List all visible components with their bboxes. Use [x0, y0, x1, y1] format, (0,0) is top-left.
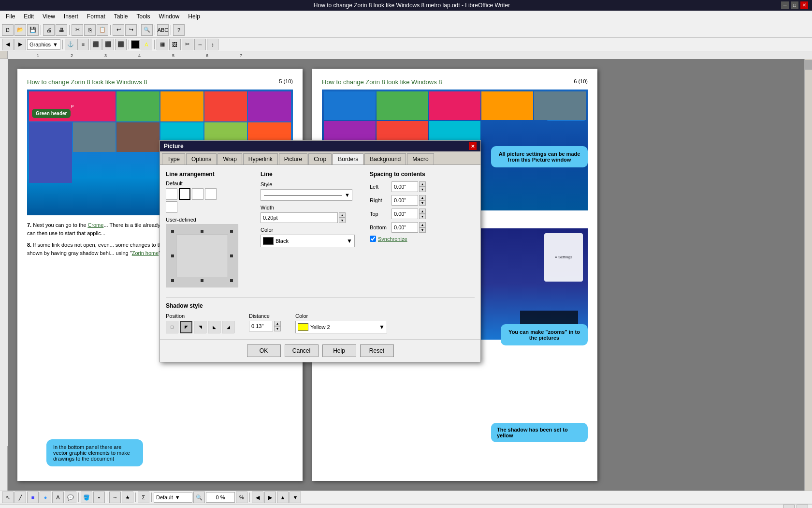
dialog-close-button[interactable]: ✕	[469, 142, 477, 150]
reset-button[interactable]: Reset	[360, 344, 394, 357]
close-button[interactable]: ✕	[800, 1, 808, 9]
ok-button[interactable]: OK	[247, 344, 281, 357]
tab-macro[interactable]: Macro	[407, 153, 434, 164]
distance-up-btn[interactable]: ▲	[274, 321, 281, 326]
align-left-button[interactable]: ⬛	[90, 39, 102, 50]
maximize-button[interactable]: □	[791, 1, 798, 9]
fill-tool[interactable]: 🪣	[81, 492, 92, 503]
filter-button[interactable]: ▦	[157, 39, 168, 50]
shadow-pos-bottom-right[interactable]: ◢	[222, 321, 234, 333]
tab-wrap[interactable]: Wrap	[218, 153, 242, 164]
left-spacing-input[interactable]	[392, 181, 418, 192]
line-color-dropdown[interactable]: Black ▼	[261, 235, 355, 247]
star-tool[interactable]: ★	[122, 492, 133, 503]
tab-borders[interactable]: Borders	[333, 153, 363, 164]
menu-view[interactable]: View	[39, 12, 59, 21]
top-up-btn[interactable]: ▲	[419, 209, 426, 214]
open-button[interactable]: 📂	[14, 24, 26, 36]
top-spacing-input[interactable]	[392, 209, 418, 219]
shadow-distance-input[interactable]	[249, 321, 273, 331]
left-up-btn[interactable]: ▲	[419, 181, 426, 187]
align-right-button[interactable]: ⬛	[115, 39, 127, 50]
print-button[interactable]: 🖶	[56, 24, 67, 36]
line-box-3[interactable]	[192, 188, 203, 200]
bottom-up-btn[interactable]: ▲	[419, 222, 426, 227]
top-down-btn[interactable]: ▼	[419, 214, 426, 219]
back-button[interactable]: ◀	[2, 39, 14, 50]
line-width-input[interactable]	[261, 212, 338, 223]
zoom-preset-dropdown[interactable]: Default ▼	[154, 492, 192, 503]
tab-background[interactable]: Background	[364, 153, 406, 164]
width-down-btn[interactable]: ▼	[339, 218, 346, 223]
highlight-button[interactable]: A	[141, 39, 152, 50]
rect-tool[interactable]: ■	[27, 492, 39, 503]
redo-button[interactable]: ↪	[125, 24, 137, 36]
cut-button[interactable]: ✂	[72, 24, 83, 36]
copy-button[interactable]: ⎘	[84, 24, 96, 36]
menu-help[interactable]: Help	[184, 12, 204, 21]
line-box-5[interactable]	[166, 201, 177, 213]
image-button[interactable]: 🖼	[169, 39, 181, 50]
paste-button[interactable]: 📋	[97, 24, 108, 36]
find-button[interactable]: 🔍	[141, 24, 153, 36]
zoom-icon[interactable]: 🔍	[193, 492, 205, 503]
right-down-btn[interactable]: ▼	[419, 200, 426, 206]
select-tool[interactable]: ↖	[2, 492, 14, 503]
zoom-value-display[interactable]: 0 %	[206, 492, 235, 503]
menu-window[interactable]: Window	[155, 12, 184, 21]
tab-hyperlink[interactable]: Hyperlink	[243, 153, 278, 164]
line-box-4[interactable]	[205, 188, 217, 200]
right-spacing-input[interactable]	[392, 195, 418, 206]
menu-insert[interactable]: Insert	[60, 12, 82, 21]
print-preview-button[interactable]: 🖨	[43, 24, 55, 36]
shadow-color-dropdown[interactable]: Yellow 2 ▼	[295, 321, 387, 333]
menu-tools[interactable]: Tools	[133, 12, 154, 21]
spellcheck-button[interactable]: ABC	[157, 24, 169, 36]
navigate-up[interactable]: ▲	[277, 492, 289, 503]
shadow-pos-bottom-left[interactable]: ◣	[208, 321, 220, 333]
width-up-btn[interactable]: ▲	[339, 212, 346, 218]
line-style-dropdown[interactable]: ▼	[261, 189, 352, 201]
navigate-down[interactable]: ▼	[290, 492, 301, 503]
scrollbar-thumb[interactable]	[805, 60, 812, 70]
menu-table[interactable]: Table	[110, 12, 132, 21]
navigate-right[interactable]: ▶	[264, 492, 276, 503]
line-tool[interactable]: ╱	[14, 492, 26, 503]
crop-button[interactable]: ✂	[182, 39, 193, 50]
minimize-button[interactable]: ─	[781, 1, 789, 9]
shadow-tool[interactable]: ▪	[93, 492, 105, 503]
color-button[interactable]	[131, 40, 140, 49]
shadow-pos-none[interactable]: □	[166, 321, 178, 333]
flip-horizontal-button[interactable]: ↔	[194, 39, 206, 50]
left-down-btn[interactable]: ▼	[419, 187, 426, 192]
anchor-button[interactable]: ⚓	[65, 39, 76, 50]
line-box-1[interactable]	[166, 188, 177, 200]
align-center-button[interactable]: ⬛	[102, 39, 114, 50]
symbol-tool[interactable]: Σ	[138, 492, 149, 503]
navigate-left[interactable]: ◀	[252, 492, 263, 503]
distance-down-btn[interactable]: ▼	[274, 326, 281, 331]
forward-button[interactable]: ▶	[14, 39, 26, 50]
line-box-2[interactable]	[179, 188, 190, 200]
cancel-button[interactable]: Cancel	[285, 344, 319, 357]
text-tool[interactable]: A	[52, 492, 64, 503]
help-button[interactable]: ?	[173, 24, 185, 36]
shadow-pos-top-left[interactable]: ◤	[180, 321, 192, 333]
callout-tool[interactable]: 💬	[65, 492, 76, 503]
new-button[interactable]: 🗋	[2, 24, 14, 36]
flip-vertical-button[interactable]: ↕	[207, 39, 218, 50]
save-button[interactable]: 💾	[27, 24, 39, 36]
tab-type[interactable]: Type	[162, 153, 185, 164]
menu-file[interactable]: File	[2, 12, 19, 21]
style-dropdown[interactable]: Graphics ▼	[27, 39, 60, 50]
right-scrollbar[interactable]	[804, 59, 812, 491]
right-up-btn[interactable]: ▲	[419, 195, 426, 200]
menu-format[interactable]: Format	[83, 12, 109, 21]
tab-options[interactable]: Options	[186, 153, 217, 164]
synchronize-checkbox[interactable]	[370, 236, 376, 242]
arrow-tool[interactable]: →	[109, 492, 121, 503]
shadow-pos-top-right[interactable]: ◥	[194, 321, 206, 333]
crome-link[interactable]: Crome	[87, 222, 103, 228]
view-normal[interactable]: ▣	[783, 505, 795, 508]
tab-picture[interactable]: Picture	[279, 153, 307, 164]
